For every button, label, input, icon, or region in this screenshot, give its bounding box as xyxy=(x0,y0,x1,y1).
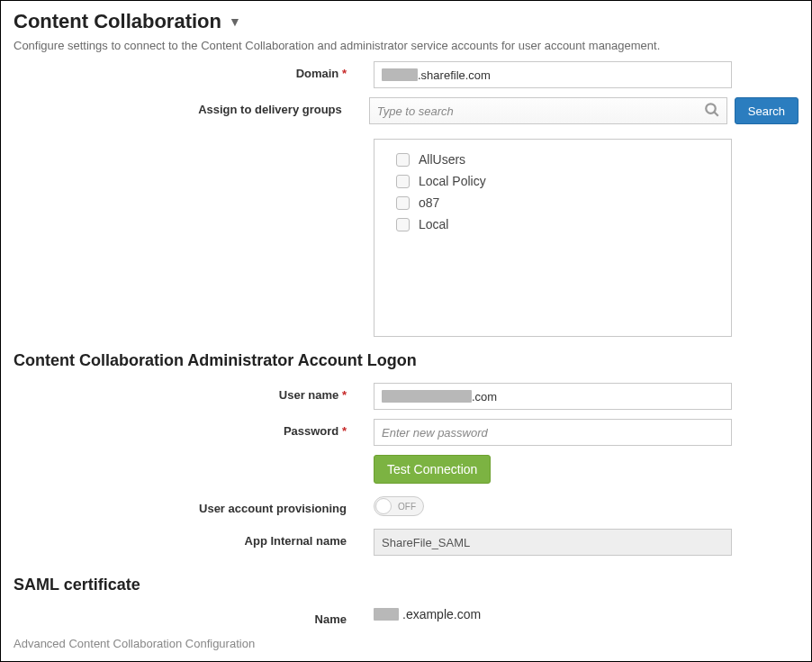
delivery-groups-list: AllUsers Local Policy o87 Local xyxy=(374,139,732,337)
domain-input[interactable]: .sharefile.com xyxy=(374,61,732,88)
test-connection-button[interactable]: Test Connection xyxy=(374,455,491,484)
username-suffix: .com xyxy=(472,390,497,404)
username-redacted-prefix xyxy=(382,390,472,403)
username-label: User name xyxy=(279,388,338,402)
advanced-config-link[interactable]: Advanced Content Collaboration Configura… xyxy=(14,637,255,650)
required-asterisk: * xyxy=(342,424,347,438)
saml-heading: SAML certificate xyxy=(14,576,798,594)
svg-line-1 xyxy=(714,112,718,116)
user-provisioning-label: User account provisioning xyxy=(199,502,347,515)
app-internal-name-value: ShareFile_SAML xyxy=(374,529,732,556)
toggle-knob xyxy=(375,498,392,514)
saml-name-label: Name xyxy=(315,612,347,626)
checkbox[interactable] xyxy=(396,218,410,231)
group-label: o87 xyxy=(419,195,439,210)
admin-logon-heading: Content Collaboration Administrator Acco… xyxy=(14,351,798,370)
app-internal-name-label: App Internal name xyxy=(245,534,347,548)
list-item[interactable]: Local xyxy=(396,213,709,235)
group-search-input[interactable] xyxy=(369,97,727,124)
checkbox[interactable] xyxy=(396,153,410,167)
chevron-down-icon[interactable]: ▼ xyxy=(229,14,241,29)
svg-point-0 xyxy=(706,104,716,113)
list-item[interactable]: o87 xyxy=(396,192,709,213)
required-asterisk: * xyxy=(342,67,347,80)
page-title: Content Collaboration xyxy=(14,10,221,33)
checkbox[interactable] xyxy=(396,196,410,210)
list-item[interactable]: AllUsers xyxy=(396,149,709,170)
checkbox[interactable] xyxy=(396,175,410,188)
password-input[interactable] xyxy=(374,419,732,446)
domain-label: Domain xyxy=(296,67,339,80)
saml-name-redacted-prefix xyxy=(374,608,399,621)
domain-suffix: .sharefile.com xyxy=(418,68,491,82)
user-provisioning-toggle[interactable]: OFF xyxy=(374,496,424,516)
group-label: Local xyxy=(419,217,448,231)
search-button[interactable]: Search xyxy=(735,97,798,124)
group-label: Local Policy xyxy=(419,174,486,188)
group-label: AllUsers xyxy=(419,152,465,167)
domain-redacted-prefix xyxy=(382,68,418,81)
toggle-state-label: OFF xyxy=(398,502,416,512)
saml-name-suffix: .example.com xyxy=(402,607,481,621)
search-icon xyxy=(704,102,720,118)
username-input[interactable]: .com xyxy=(374,383,732,410)
page-subtitle: Configure settings to connect to the Con… xyxy=(14,39,798,52)
required-asterisk: * xyxy=(342,388,347,402)
assign-groups-label: Assign to delivery groups xyxy=(198,103,342,116)
password-label: Password xyxy=(284,424,338,438)
list-item[interactable]: Local Policy xyxy=(396,170,709,192)
